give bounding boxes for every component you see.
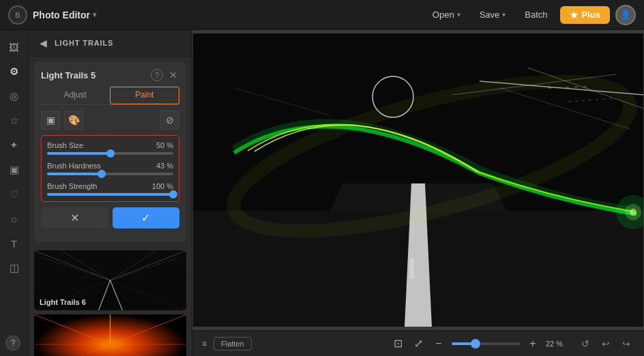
save-button[interactable]: Save ▾ bbox=[473, 7, 513, 23]
list-item[interactable] bbox=[34, 314, 186, 356]
brush-strength-thumb[interactable] bbox=[169, 190, 177, 198]
title-chevron[interactable]: ▾ bbox=[93, 11, 96, 18]
star-icon: ★ bbox=[570, 10, 579, 20]
canvas-main[interactable] bbox=[192, 30, 644, 330]
sidebar-item-image[interactable]: 🖼 bbox=[4, 37, 25, 57]
brush-hardness-track[interactable] bbox=[47, 173, 173, 175]
brush-controls: Brush Size 50 % Brush Hardness 43 % bbox=[41, 135, 179, 202]
brush-size-track[interactable] bbox=[47, 152, 173, 155]
brush-size-value: 50 % bbox=[156, 141, 173, 149]
flatten-button[interactable]: Flatten bbox=[214, 337, 252, 351]
tab-paint[interactable]: Paint bbox=[110, 87, 180, 104]
zoom-out-button[interactable]: − bbox=[431, 336, 446, 351]
logo-text: B bbox=[15, 11, 20, 19]
filter-card-header: Light Trails 5 ? ✕ bbox=[41, 69, 179, 81]
tool-row: ▣ 🎨 ⊘ bbox=[41, 110, 179, 130]
brush-size-thumb[interactable] bbox=[106, 149, 115, 158]
thumbnail-svg-orange bbox=[34, 314, 186, 356]
brush-strength-label: Brush Strength bbox=[47, 182, 97, 190]
svg-rect-25 bbox=[410, 258, 414, 279]
scene-svg bbox=[193, 33, 643, 327]
brush-hardness-fill bbox=[47, 173, 102, 175]
filter-card: Light Trails 5 ? ✕ Adjust Paint ▣ bbox=[34, 62, 186, 242]
user-icon: 👤 bbox=[620, 10, 631, 20]
main-layout: 🖼 ⚙ ◎ ☆ ✦ ▣ ♡ ○ T ◫ ◀ LIGHT TRAILS Light… bbox=[0, 30, 644, 356]
open-chevron: ▾ bbox=[457, 11, 460, 18]
plus-button[interactable]: ★ Plus bbox=[560, 6, 610, 24]
brush-strength-fill bbox=[47, 193, 173, 196]
sidebar-item-effects[interactable]: ✦ bbox=[4, 135, 25, 155]
undo-button[interactable]: ↩ bbox=[598, 336, 614, 352]
fit-frame-button[interactable]: ⊡ bbox=[390, 336, 405, 351]
icon-bar: 🖼 ⚙ ◎ ☆ ✦ ▣ ♡ ○ T ◫ bbox=[0, 30, 29, 356]
thumbnail-orange bbox=[34, 314, 186, 356]
zoom-in-button[interactable]: + bbox=[525, 336, 540, 351]
panel: ◀ LIGHT TRAILS Light Trails 5 ? ✕ Adjust bbox=[29, 30, 192, 356]
zoom-controls: ⊡ ⤢ − + 22 % bbox=[390, 336, 570, 351]
brush-select-icon[interactable]: ▣ bbox=[41, 110, 60, 130]
tab-adjust[interactable]: Adjust bbox=[41, 87, 110, 104]
redo-button[interactable]: ↪ bbox=[618, 336, 634, 352]
thumbnail-dark: Light Trails 6 bbox=[34, 250, 186, 310]
svg-rect-26 bbox=[411, 224, 415, 238]
app-logo: B bbox=[8, 5, 27, 25]
brush-size-row: Brush Size 50 % bbox=[47, 141, 173, 155]
zoom-percentage: 22 % bbox=[546, 340, 570, 348]
list-item[interactable]: Light Trails 6 bbox=[34, 250, 186, 310]
help-button[interactable]: ? bbox=[5, 336, 20, 351]
erase-icon[interactable]: ⊘ bbox=[160, 110, 179, 130]
panel-title: LIGHT TRAILS bbox=[55, 39, 185, 47]
brush-size-fill bbox=[47, 152, 111, 155]
brush-hardness-thumb[interactable] bbox=[98, 170, 106, 178]
app-title: Photo Editor bbox=[33, 10, 90, 20]
brush-hardness-value: 43 % bbox=[156, 162, 173, 170]
batch-button[interactable]: Batch bbox=[518, 7, 554, 23]
brush-strength-row: Brush Strength 100 % bbox=[47, 182, 173, 196]
open-button[interactable]: Open ▾ bbox=[426, 7, 467, 23]
canvas-image bbox=[193, 33, 643, 327]
sidebar-item-text[interactable]: T bbox=[4, 233, 25, 254]
sidebar-item-overlay[interactable]: ◫ bbox=[4, 258, 25, 278]
panel-header: ◀ LIGHT TRAILS bbox=[29, 30, 192, 57]
brush-hardness-label: Brush Hardness bbox=[47, 162, 101, 170]
sidebar-item-preview[interactable]: ◎ bbox=[4, 86, 25, 106]
panel-back-button[interactable]: ◀ bbox=[35, 35, 50, 50]
canvas-area: ≡ Flatten ⊡ ⤢ − + 22 % ↺ ↩ ↪ bbox=[192, 30, 644, 356]
close-icon[interactable]: ✕ bbox=[167, 69, 179, 81]
rotate-button[interactable]: ↺ bbox=[577, 336, 594, 352]
user-avatar[interactable]: 👤 bbox=[615, 5, 636, 25]
brush-hardness-row: Brush Hardness 43 % bbox=[47, 162, 173, 175]
confirm-row: ✕ ✓ bbox=[41, 207, 179, 228]
svg-point-37 bbox=[630, 209, 636, 216]
save-chevron: ▾ bbox=[502, 11, 506, 18]
sidebar-item-favorites[interactable]: ☆ bbox=[4, 110, 25, 131]
sidebar-item-layers[interactable]: ▣ bbox=[4, 160, 25, 180]
filter-tabs: Adjust Paint bbox=[41, 87, 179, 105]
thumbnail-label-6: Light Trails 6 bbox=[40, 298, 86, 306]
help-icon[interactable]: ? bbox=[151, 69, 163, 81]
zoom-slider-thumb[interactable] bbox=[471, 339, 480, 348]
bottom-bar: ≡ Flatten ⊡ ⤢ − + 22 % ↺ ↩ ↪ bbox=[192, 330, 644, 356]
sidebar-item-heart[interactable]: ♡ bbox=[4, 184, 25, 205]
expand-button[interactable]: ⤢ bbox=[411, 336, 426, 351]
zoom-slider-fill bbox=[452, 342, 472, 345]
filter-card-title: Light Trails 5 bbox=[41, 70, 151, 80]
brush-strength-track[interactable] bbox=[47, 193, 173, 196]
brush-strength-value: 100 % bbox=[152, 182, 173, 190]
bottom-right-buttons: ↺ ↩ ↪ bbox=[577, 336, 634, 352]
brush-size-label: Brush Size bbox=[47, 141, 83, 149]
cancel-button[interactable]: ✕ bbox=[41, 207, 108, 228]
confirm-button[interactable]: ✓ bbox=[113, 207, 180, 228]
app-title-group: Photo Editor ▾ bbox=[33, 10, 96, 20]
sidebar-item-adjustments[interactable]: ⚙ bbox=[4, 61, 25, 82]
thumbnail-list: Light Trails 6 bbox=[29, 248, 192, 356]
paint-bucket-icon[interactable]: 🎨 bbox=[64, 110, 83, 130]
sidebar-item-shape[interactable]: ○ bbox=[4, 209, 25, 229]
zoom-slider-track[interactable] bbox=[452, 342, 520, 345]
topbar: B Photo Editor ▾ Open ▾ Save ▾ Batch ★ P… bbox=[0, 0, 644, 30]
layers-button[interactable]: ≡ bbox=[202, 339, 207, 348]
layers-icon: ≡ bbox=[202, 339, 207, 348]
